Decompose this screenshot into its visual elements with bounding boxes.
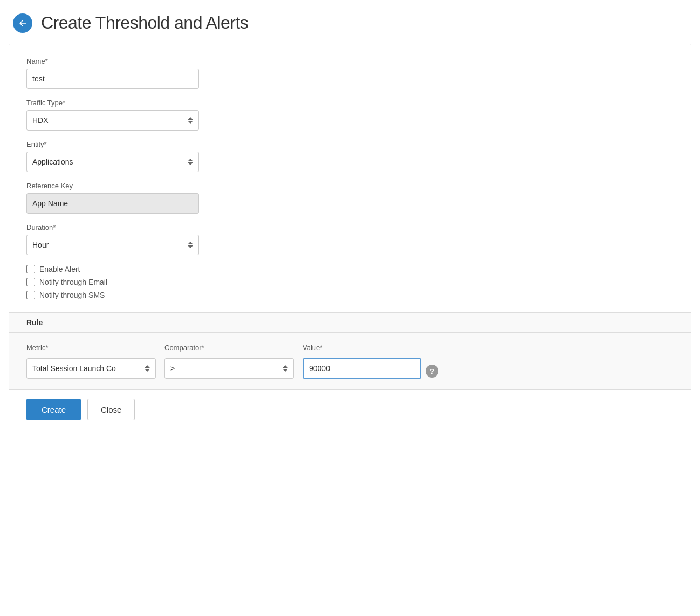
enable-alert-label: Enable Alert — [39, 265, 80, 273]
reference-key-group: Reference Key — [26, 182, 674, 214]
traffic-type-group: Traffic Type* HDX ICA All — [26, 99, 674, 131]
duration-select[interactable]: Hour Day Week — [26, 235, 199, 255]
form-container: Name* Traffic Type* HDX ICA All Entity* … — [9, 44, 691, 429]
create-button[interactable]: Create — [26, 399, 81, 420]
duration-group: Duration* Hour Day Week — [26, 223, 674, 255]
value-field: Value* ? — [303, 344, 438, 379]
rule-body: Metric* Total Session Launch Co Active S… — [9, 333, 691, 389]
enable-alert-item[interactable]: Enable Alert — [26, 265, 674, 273]
traffic-type-select[interactable]: HDX ICA All — [26, 110, 199, 131]
enable-alert-checkbox[interactable] — [26, 265, 35, 273]
value-label: Value* — [303, 344, 438, 352]
entity-select[interactable]: Applications Users Servers — [26, 152, 199, 172]
name-group: Name* — [26, 57, 674, 89]
metric-select[interactable]: Total Session Launch Co Active Sessions … — [26, 358, 156, 379]
entity-group: Entity* Applications Users Servers — [26, 140, 674, 172]
notify-sms-item[interactable]: Notify through SMS — [26, 291, 674, 299]
metric-label: Metric* — [26, 344, 156, 352]
reference-key-label: Reference Key — [26, 182, 674, 190]
comparator-select[interactable]: > < >= <= = — [164, 358, 294, 379]
name-label: Name* — [26, 57, 674, 65]
value-input-wrapper: ? — [303, 358, 438, 379]
alert-options-group: Enable Alert Notify through Email Notify… — [26, 265, 674, 299]
page-header: Create Threshold and Alerts — [0, 0, 700, 44]
page-container: Create Threshold and Alerts Name* Traffi… — [0, 0, 700, 616]
help-icon[interactable]: ? — [426, 365, 438, 378]
rule-header: Rule — [9, 313, 691, 333]
notify-email-label: Notify through Email — [39, 278, 107, 286]
notify-sms-label: Notify through SMS — [39, 291, 105, 299]
back-icon — [18, 18, 28, 28]
rule-label: Rule — [26, 318, 43, 327]
notify-email-item[interactable]: Notify through Email — [26, 278, 674, 286]
comparator-label: Comparator* — [164, 344, 294, 352]
duration-label: Duration* — [26, 223, 674, 231]
rule-section: Rule Metric* Total Session Launch Co Act… — [9, 312, 691, 389]
metric-field: Metric* Total Session Launch Co Active S… — [26, 344, 156, 379]
comparator-field: Comparator* > < >= <= = — [164, 344, 294, 379]
back-button[interactable] — [13, 13, 32, 33]
value-input[interactable] — [303, 358, 421, 379]
form-actions: Create Close — [9, 389, 691, 429]
traffic-type-label: Traffic Type* — [26, 99, 674, 107]
form-body: Name* Traffic Type* HDX ICA All Entity* … — [9, 44, 691, 312]
page-title: Create Threshold and Alerts — [41, 13, 248, 33]
reference-key-input[interactable] — [26, 193, 199, 214]
notify-sms-checkbox[interactable] — [26, 291, 35, 299]
entity-label: Entity* — [26, 140, 674, 148]
close-button[interactable]: Close — [87, 399, 135, 420]
name-input[interactable] — [26, 69, 199, 89]
notify-email-checkbox[interactable] — [26, 278, 35, 286]
